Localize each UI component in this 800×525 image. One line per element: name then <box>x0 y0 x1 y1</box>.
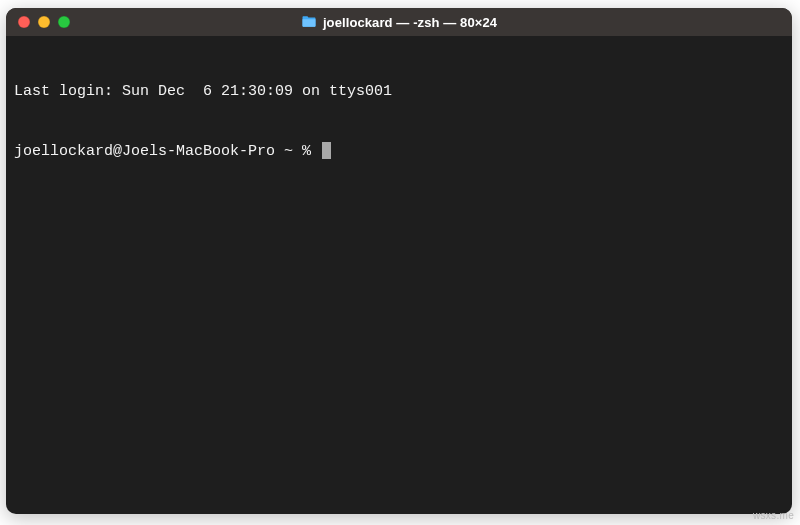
prompt-line: joellockard@Joels-MacBook-Pro ~ % <box>14 142 784 162</box>
last-login-line: Last login: Sun Dec 6 21:30:09 on ttys00… <box>14 82 784 102</box>
prompt-text: joellockard@Joels-MacBook-Pro ~ % <box>14 143 320 160</box>
title-center: joellockard — -zsh — 80×24 <box>6 14 792 30</box>
titlebar[interactable]: joellockard — -zsh — 80×24 <box>6 8 792 36</box>
folder-icon <box>301 14 317 30</box>
maximize-icon[interactable] <box>58 16 70 28</box>
close-icon[interactable] <box>18 16 30 28</box>
traffic-lights <box>6 16 70 28</box>
watermark: wsxs.me <box>753 510 794 521</box>
cursor-block <box>322 142 331 159</box>
window-title: joellockard — -zsh — 80×24 <box>323 15 497 30</box>
terminal-body[interactable]: Last login: Sun Dec 6 21:30:09 on ttys00… <box>6 36 792 514</box>
terminal-window: joellockard — -zsh — 80×24 Last login: S… <box>6 8 792 514</box>
minimize-icon[interactable] <box>38 16 50 28</box>
